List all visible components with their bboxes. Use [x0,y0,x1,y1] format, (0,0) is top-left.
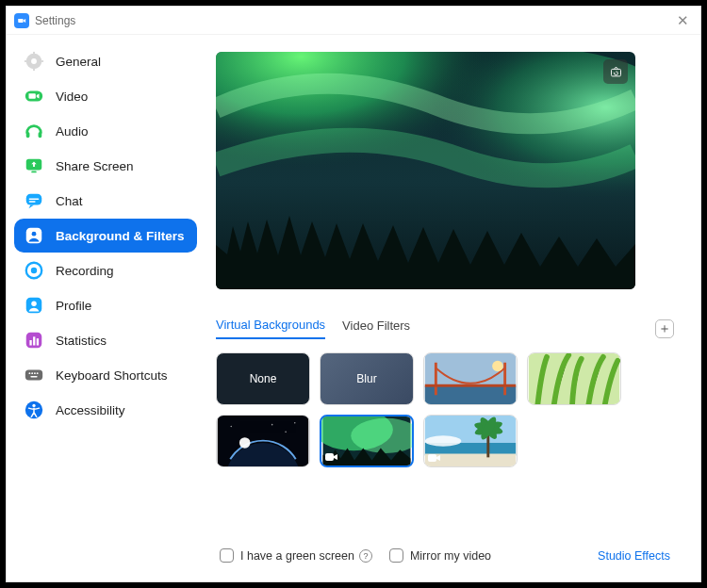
sidebar-item-background-filters[interactable]: Background & Filters [14,219,197,253]
svg-point-1 [31,58,37,64]
svg-rect-49 [325,453,334,461]
studio-effects-link[interactable]: Studio Effects [598,549,670,563]
svg-rect-21 [37,338,39,345]
svg-point-26 [37,372,39,374]
sidebar-item-label: Video [56,90,88,104]
keyboard-icon [24,365,44,385]
audio-icon [24,121,44,141]
svg-rect-35 [425,386,516,404]
svg-rect-3 [33,67,35,71]
svg-point-25 [34,372,36,374]
svg-rect-5 [40,60,43,62]
sidebar-item-label: Chat [56,194,83,208]
sidebar-item-keyboard-shortcuts[interactable]: Keyboard Shortcuts [14,358,197,392]
sidebar-item-chat[interactable]: Chat [14,184,197,218]
close-icon[interactable]: ✕ [673,12,693,29]
sidebar-item-label: Background & Filters [56,229,185,243]
mirror-video-checkbox[interactable] [389,548,403,563]
sidebar-item-accessibility[interactable]: Accessibility [14,393,197,427]
background-thumbnails: None Blur [216,352,649,467]
sidebar-item-recording[interactable]: Recording [14,253,197,287]
tab-virtual-backgrounds[interactable]: Virtual Backgrounds [216,318,325,339]
share-screen-icon [24,155,44,176]
recording-icon [24,260,44,281]
svg-point-43 [285,432,287,433]
video-preview [216,52,635,289]
background-option-grass[interactable] [527,352,621,405]
green-screen-label: I have a green screen [240,549,354,563]
sidebar-item-label: Statistics [56,334,107,348]
svg-point-42 [271,424,273,426]
window-title: Settings [35,14,75,27]
settings-main-panel: Virtual Backgrounds Video Filters ＋ None… [205,35,700,581]
sidebar-item-share-screen[interactable]: Share Screen [14,149,197,183]
sidebar-item-label: General [56,55,101,69]
background-option-blur[interactable]: Blur [320,352,414,405]
svg-point-44 [294,422,296,424]
sidebar-item-statistics[interactable]: Statistics [14,323,197,357]
background-option-beach[interactable] [423,415,518,467]
background-option-earth-space[interactable] [216,415,310,467]
titlebar: Settings ✕ [7,7,700,35]
svg-rect-59 [428,454,436,462]
svg-rect-4 [25,60,28,62]
sidebar-item-label: Recording [56,264,114,278]
svg-rect-2 [33,52,35,56]
help-icon[interactable]: ? [359,549,372,563]
svg-point-17 [31,301,37,306]
sidebar-item-label: Keyboard Shortcuts [56,368,168,383]
sidebar-item-label: Audio [56,124,89,139]
background-option-none[interactable]: None [216,352,310,405]
sidebar-item-label: Accessibility [56,403,125,417]
mirror-video-label: Mirror my video [410,549,491,563]
background-tabs: Virtual Backgrounds Video Filters ＋ [216,318,674,339]
svg-rect-7 [26,132,30,138]
video-icon [24,86,44,106]
zoom-app-icon [14,13,29,28]
svg-rect-22 [25,370,42,381]
video-indicator-icon [428,453,441,463]
background-option-aurora[interactable] [320,415,414,467]
svg-point-23 [29,372,31,374]
thumb-label: None [217,353,309,404]
svg-point-41 [239,437,251,449]
svg-rect-20 [33,336,35,345]
svg-rect-27 [30,376,37,378]
thumb-label: Blur [321,353,413,404]
background-footer: I have a green screen ? Mirror my video … [210,537,680,568]
statistics-icon [24,330,44,351]
settings-sidebar: General Video Audio Share Screen [7,35,205,581]
rotate-camera-button[interactable] [603,59,628,84]
svg-point-58 [425,435,462,447]
background-icon [24,225,44,246]
green-screen-checkbox[interactable] [220,548,234,563]
svg-point-24 [31,372,33,374]
settings-window: Settings ✕ General Video Audio [6,6,701,582]
add-background-button[interactable]: ＋ [655,319,674,338]
sidebar-item-label: Profile [56,299,91,313]
profile-icon [24,295,44,316]
video-indicator-icon [325,452,338,462]
background-option-golden-gate[interactable] [423,352,518,405]
svg-point-37 [492,361,503,372]
svg-rect-10 [31,172,37,173]
sidebar-item-general[interactable]: General [14,44,197,78]
chat-icon [24,190,44,211]
svg-point-15 [31,268,37,273]
sidebar-item-label: Share Screen [56,159,134,173]
svg-point-29 [32,404,35,407]
tab-video-filters[interactable]: Video Filters [342,318,410,338]
sidebar-item-audio[interactable]: Audio [14,114,197,148]
accessibility-icon [24,400,44,420]
svg-rect-8 [39,132,42,138]
gear-icon [24,51,44,72]
svg-rect-19 [29,340,31,346]
sidebar-item-video[interactable]: Video [14,79,197,113]
svg-point-45 [230,426,232,428]
sidebar-item-profile[interactable]: Profile [14,288,197,322]
svg-point-13 [32,232,37,237]
svg-rect-36 [425,384,516,387]
